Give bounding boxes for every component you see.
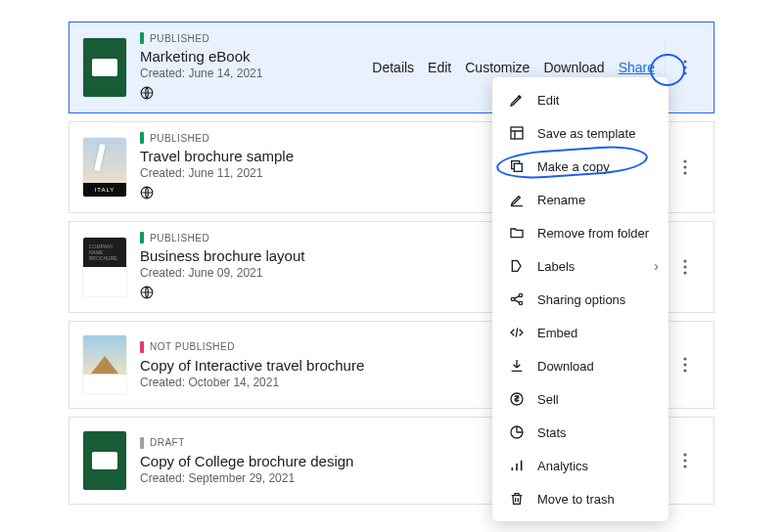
label-icon <box>508 257 526 275</box>
project-thumbnail: ITALY <box>83 138 126 197</box>
menu-edit[interactable]: Edit <box>492 83 668 116</box>
menu-remove-folder[interactable]: Remove from folder <box>492 216 668 249</box>
status-text: DRAFT <box>150 437 185 448</box>
kebab-icon <box>683 357 687 373</box>
rename-icon <box>508 191 526 208</box>
created-line: Created: June 09, 2021 <box>140 266 544 280</box>
project-title: Travel brochure sample <box>140 148 544 164</box>
project-title: Business brochure layout <box>140 247 544 264</box>
svg-rect-19 <box>514 163 522 171</box>
more-actions-button[interactable] <box>665 431 704 490</box>
project-info: PUBLISHED Business brochure layout Creat… <box>140 232 544 302</box>
chevron-right-icon: › <box>654 258 659 274</box>
svg-rect-18 <box>511 127 523 139</box>
customize-button[interactable]: Customize <box>465 60 530 75</box>
project-thumbnail: COMPANY NAMEBROCHURE <box>83 238 126 296</box>
status-indicator: PUBLISHED <box>140 132 544 144</box>
globe-icon <box>140 186 544 202</box>
menu-save-template[interactable]: Save as template <box>492 116 668 150</box>
status-bar-icon <box>140 132 144 144</box>
svg-point-6 <box>683 165 686 168</box>
menu-stats[interactable]: Stats <box>492 416 668 449</box>
pencil-icon <box>508 91 526 109</box>
remove-folder-icon <box>508 224 526 242</box>
analytics-icon <box>508 457 526 474</box>
more-actions-menu: Edit Save as template Make a copy Rename… <box>492 77 668 521</box>
kebab-icon <box>683 259 687 275</box>
project-info: PUBLISHED Travel brochure sample Created… <box>140 132 544 202</box>
status-bar-icon <box>140 437 144 449</box>
svg-point-13 <box>683 363 686 366</box>
project-thumbnail <box>83 335 126 394</box>
svg-point-1 <box>683 60 686 63</box>
globe-icon <box>140 86 372 103</box>
download-icon <box>508 357 526 375</box>
copy-icon <box>508 157 526 175</box>
embed-icon <box>508 324 526 341</box>
svg-point-10 <box>683 265 686 268</box>
project-title: Copy of Interactive travel brochure <box>140 357 544 374</box>
more-actions-button[interactable] <box>665 335 704 394</box>
project-thumbnail <box>83 38 126 97</box>
svg-point-3 <box>683 71 686 74</box>
share-icon <box>508 290 526 308</box>
project-title: Copy of College brochure design <box>140 453 544 469</box>
project-info: DRAFT Copy of College brochure design Cr… <box>140 437 544 485</box>
svg-point-5 <box>683 159 686 162</box>
kebab-icon <box>683 60 687 75</box>
menu-make-copy[interactable]: Make a copy <box>492 150 668 183</box>
created-line: Created: June 11, 2021 <box>140 166 544 180</box>
kebab-icon <box>683 159 687 175</box>
status-bar-icon <box>140 32 144 44</box>
menu-trash[interactable]: Move to trash <box>492 482 668 515</box>
created-line: Created: June 14, 2021 <box>140 66 372 80</box>
edit-button[interactable]: Edit <box>428 60 451 75</box>
status-indicator: DRAFT <box>140 437 544 449</box>
project-title: Marketing eBook <box>140 48 372 65</box>
sell-icon <box>508 390 526 408</box>
menu-sell[interactable]: Sell <box>492 382 668 416</box>
status-text: NOT PUBLISHED <box>150 341 235 352</box>
details-button[interactable]: Details <box>372 60 414 75</box>
more-actions-button[interactable] <box>665 38 704 97</box>
menu-sharing[interactable]: Sharing options <box>492 283 668 316</box>
status-text: PUBLISHED <box>150 233 209 244</box>
trash-icon <box>508 490 526 508</box>
svg-point-9 <box>683 259 686 262</box>
svg-point-14 <box>683 369 686 372</box>
project-info: NOT PUBLISHED Copy of Interactive travel… <box>140 341 544 389</box>
svg-point-17 <box>683 465 686 467</box>
status-indicator: PUBLISHED <box>140 232 544 244</box>
svg-point-11 <box>683 271 686 274</box>
more-actions-button[interactable] <box>665 238 704 296</box>
svg-point-7 <box>683 171 686 174</box>
project-info: PUBLISHED Marketing eBook Created: June … <box>140 32 372 103</box>
status-bar-icon <box>140 232 144 244</box>
status-bar-icon <box>140 341 144 353</box>
share-link[interactable]: Share <box>619 60 655 75</box>
svg-point-12 <box>683 357 686 360</box>
globe-icon <box>140 286 544 302</box>
status-indicator: PUBLISHED <box>140 32 372 44</box>
svg-point-2 <box>683 66 686 68</box>
more-actions-button[interactable] <box>665 138 704 197</box>
row-actions: Details Edit Customize Download Share <box>372 60 655 75</box>
svg-point-15 <box>683 453 686 456</box>
download-button[interactable]: Download <box>543 60 604 75</box>
kebab-icon <box>683 453 687 468</box>
menu-analytics[interactable]: Analytics <box>492 449 668 482</box>
menu-embed[interactable]: Embed <box>492 316 668 349</box>
status-text: PUBLISHED <box>150 133 209 144</box>
menu-download[interactable]: Download <box>492 349 668 382</box>
svg-point-16 <box>683 459 686 462</box>
status-text: PUBLISHED <box>150 33 209 44</box>
created-line: Created: October 14, 2021 <box>140 376 544 389</box>
menu-rename[interactable]: Rename <box>492 183 668 216</box>
created-line: Created: September 29, 2021 <box>140 471 544 485</box>
stats-icon <box>508 423 526 441</box>
menu-labels[interactable]: Labels › <box>492 249 668 283</box>
project-thumbnail <box>83 431 126 490</box>
status-indicator: NOT PUBLISHED <box>140 341 544 353</box>
template-icon <box>508 124 526 142</box>
